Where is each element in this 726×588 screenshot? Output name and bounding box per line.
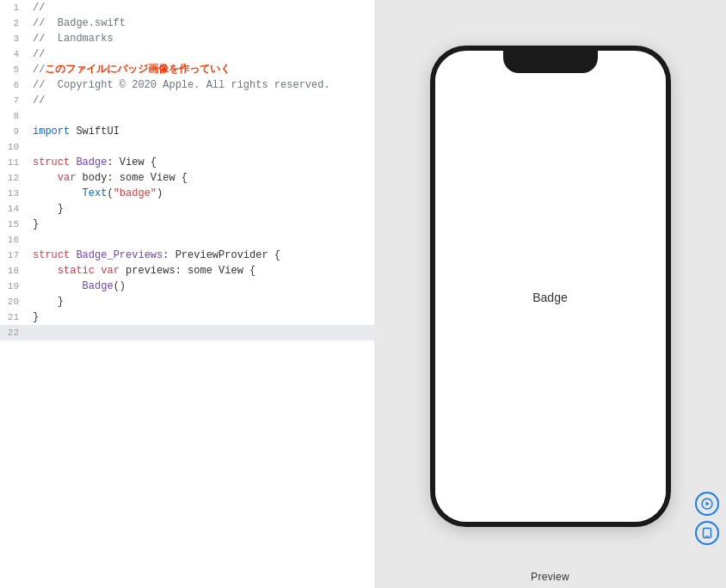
line-content: struct Badge: View { xyxy=(26,155,157,170)
code-line: 14 } xyxy=(0,201,374,217)
badge-text: Badge xyxy=(532,291,567,304)
line-content: //このファイルにバッジ画像を作っていく xyxy=(26,62,231,77)
line-content: } xyxy=(26,201,64,217)
preview-controls[interactable] xyxy=(695,492,719,545)
line-number: 10 xyxy=(0,139,26,155)
code-line: 4// xyxy=(0,46,374,62)
line-content: // xyxy=(26,0,45,15)
line-content: import SwiftUI xyxy=(26,124,120,139)
code-line: 3// Landmarks xyxy=(0,31,374,46)
line-content: // Badge.swift xyxy=(26,15,126,31)
line-content: var body: some View { xyxy=(26,170,188,186)
code-line: 22 xyxy=(0,325,374,340)
line-number: 3 xyxy=(0,31,26,46)
line-number: 15 xyxy=(0,217,26,232)
line-number: 1 xyxy=(0,0,26,15)
code-line: 10 xyxy=(0,139,374,155)
code-line: 1// xyxy=(0,0,374,15)
phone-side-vol-down xyxy=(430,210,431,254)
play-button[interactable] xyxy=(695,492,719,516)
code-line: 8 xyxy=(0,108,374,124)
line-number: 9 xyxy=(0,124,26,139)
line-number: 13 xyxy=(0,186,26,201)
line-number: 4 xyxy=(0,46,26,62)
line-content: static var previews: some View { xyxy=(26,263,255,279)
line-content: Badge() xyxy=(26,279,126,294)
line-content: // Landmarks xyxy=(26,31,114,46)
line-number: 8 xyxy=(0,108,26,124)
line-number: 5 xyxy=(0,62,26,77)
line-number: 21 xyxy=(0,309,26,325)
line-content: // Copyright © 2020 Apple. All rights re… xyxy=(26,77,330,93)
code-line: 11struct Badge: View { xyxy=(0,155,374,170)
line-number: 22 xyxy=(0,325,26,340)
line-number: 11 xyxy=(0,155,26,170)
line-number: 6 xyxy=(0,77,26,93)
preview-panel: Badge Preview xyxy=(374,0,726,588)
line-number: 18 xyxy=(0,263,26,279)
line-content: } xyxy=(26,309,39,325)
code-content: 1//2// Badge.swift3// Landmarks4//5//このフ… xyxy=(0,0,374,588)
phone-side-power xyxy=(670,171,671,231)
line-number: 7 xyxy=(0,93,26,108)
code-line: 21} xyxy=(0,309,374,325)
phone-notch xyxy=(503,51,598,73)
line-content: // xyxy=(26,93,45,108)
code-line: 7// xyxy=(0,93,374,108)
device-button[interactable] xyxy=(695,521,719,545)
line-content: // xyxy=(26,46,45,62)
code-line: 19 Badge() xyxy=(0,279,374,294)
line-content: Text("badge") xyxy=(26,186,163,201)
phone-mockup: Badge xyxy=(430,46,671,527)
code-line: 2// Badge.swift xyxy=(0,15,374,31)
line-number: 19 xyxy=(0,279,26,294)
preview-label: Preview xyxy=(374,564,726,588)
code-editor[interactable]: 1//2// Badge.swift3// Landmarks4//5//このフ… xyxy=(0,0,374,588)
line-number: 12 xyxy=(0,170,26,186)
phone-container: Badge xyxy=(374,0,726,564)
code-line: 12 var body: some View { xyxy=(0,170,374,186)
phone-side-mute xyxy=(430,119,431,145)
code-line: 13 Text("badge") xyxy=(0,186,374,201)
code-line: 16 xyxy=(0,232,374,248)
line-number: 14 xyxy=(0,201,26,217)
phone-side-vol-up xyxy=(430,158,431,203)
code-line: 5//このファイルにバッジ画像を作っていく xyxy=(0,62,374,77)
code-line: 15} xyxy=(0,217,374,232)
line-content: } xyxy=(26,217,39,232)
line-content: struct Badge_Previews: PreviewProvider { xyxy=(26,248,280,263)
phone-screen: Badge xyxy=(435,73,666,522)
line-number: 17 xyxy=(0,248,26,263)
code-line: 17struct Badge_Previews: PreviewProvider… xyxy=(0,248,374,263)
line-number: 20 xyxy=(0,294,26,309)
line-number: 2 xyxy=(0,15,26,31)
code-line: 9import SwiftUI xyxy=(0,124,374,139)
line-content: } xyxy=(26,294,64,309)
code-line: 6// Copyright © 2020 Apple. All rights r… xyxy=(0,77,374,93)
code-line: 20 } xyxy=(0,294,374,309)
line-number: 16 xyxy=(0,232,26,248)
svg-marker-1 xyxy=(706,502,711,506)
code-line: 18 static var previews: some View { xyxy=(0,263,374,279)
